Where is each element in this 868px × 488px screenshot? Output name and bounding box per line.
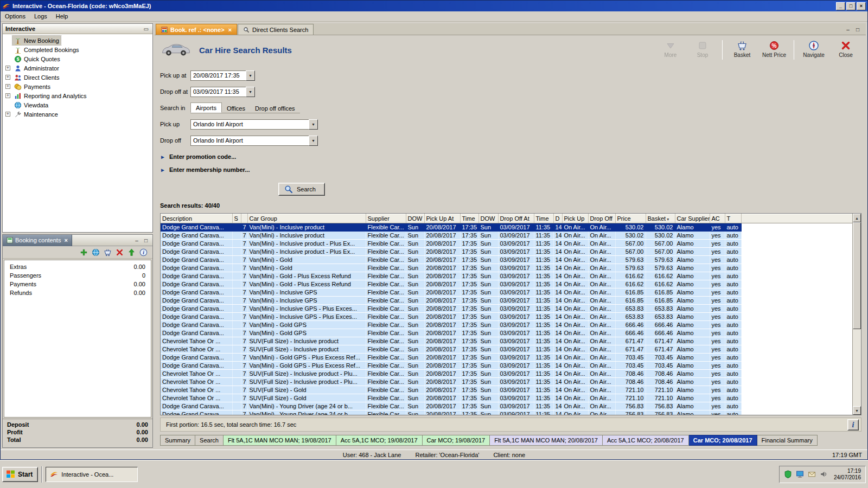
start-button[interactable]: Start xyxy=(2,467,38,482)
col-header-time[interactable]: Time xyxy=(534,214,553,223)
table-row[interactable]: Dodge Grand Carava...7Van(Mini) - Gold G… xyxy=(161,362,852,370)
col-header-car-group[interactable]: Car Group xyxy=(247,214,366,223)
minimize-editor-icon[interactable]: – xyxy=(844,27,852,33)
col-header-drop-off[interactable]: Drop Off xyxy=(588,214,615,223)
menu-options[interactable]: Options xyxy=(1,12,30,21)
table-row[interactable]: Dodge Grand Carava...7Van(Mini) - Gold G… xyxy=(161,321,852,329)
table-row[interactable]: Dodge Grand Carava...7Van(Mini) - Inclus… xyxy=(161,232,852,240)
booking-contents-tab[interactable]: Booking contents × xyxy=(3,235,72,246)
sidebar-item-viewdata[interactable]: Viewdata xyxy=(3,100,152,110)
minimize-icon[interactable]: _ xyxy=(836,2,845,10)
search-in-drop-off-offices[interactable]: Drop off offices xyxy=(250,104,300,113)
table-row[interactable]: Chevrolet Tahoe Or ...7SUV(Full Size) - … xyxy=(161,337,852,345)
table-row[interactable]: Dodge Grand Carava...7Van(Mini) - Inclus… xyxy=(161,297,852,305)
col-header-dow[interactable]: DOW xyxy=(406,214,424,223)
table-row[interactable]: Dodge Grand Carava...7Van(Mini) - Young … xyxy=(161,410,852,415)
membership-expander[interactable]: ► Enter membership number... xyxy=(160,163,861,176)
bottom-tab-summary[interactable]: Summary xyxy=(160,435,195,446)
toolbar-basket[interactable]: Basket xyxy=(730,40,755,58)
sidebar-item-quick-quotes[interactable]: $Quick Quotes xyxy=(3,54,152,63)
table-row[interactable]: Chevrolet Tahoe Or ...7SUV(Full Size) - … xyxy=(161,370,852,378)
col-header-price[interactable]: Price xyxy=(615,214,646,223)
sidebar-item-maintenance[interactable]: +Maintenance xyxy=(3,110,152,119)
menu-help[interactable]: Help xyxy=(52,12,73,21)
table-row[interactable]: Dodge Grand Carava...7Van(Mini) - Inclus… xyxy=(161,223,852,232)
sidebar-item-payments[interactable]: +Payments xyxy=(3,82,152,91)
table-row[interactable]: Dodge Grand Carava...7Van(Mini) - Gold -… xyxy=(161,280,852,288)
table-row[interactable]: Dodge Grand Carava...7Van(Mini) - Inclus… xyxy=(161,288,852,297)
dropoff-at-field[interactable]: 03/09/2017 11:35 ▾ xyxy=(190,87,255,97)
maximize-icon[interactable]: □ xyxy=(846,2,856,10)
close-tab-icon[interactable]: × xyxy=(228,27,232,33)
table-row[interactable]: Dodge Grand Carava...7Van(Mini) - Gold G… xyxy=(161,354,852,362)
restore-panel-icon[interactable]: □ xyxy=(142,237,150,243)
col-header-car-supplier[interactable]: Car Supplier xyxy=(675,214,710,223)
volume-icon[interactable] xyxy=(820,470,828,478)
sidebar-item-completed-bookings[interactable]: Completed Bookings xyxy=(3,45,152,54)
collapse-panel-icon[interactable]: ▭ xyxy=(143,26,150,32)
shield-icon[interactable] xyxy=(784,470,792,478)
table-row[interactable]: Dodge Grand Carava...7Van(Mini) - Inclus… xyxy=(161,305,852,313)
col-header-basket[interactable]: Basket ▾ xyxy=(646,214,675,223)
taskbar-app-button[interactable]: Interactive - Ocea... xyxy=(46,467,138,482)
promotion-expander[interactable]: ► Enter promotion code... xyxy=(160,150,861,163)
bottom-tab-financial-summary[interactable]: Financial Summary xyxy=(757,435,818,446)
expand-toggle-icon[interactable]: + xyxy=(5,93,10,98)
scroll-up-icon[interactable]: ▲ xyxy=(853,214,861,222)
pickup-combo[interactable]: Orlando Intl Airport ▾ xyxy=(190,119,318,130)
minimize-panel-icon[interactable]: – xyxy=(133,237,141,243)
restore-editor-icon[interactable]: □ xyxy=(854,27,861,33)
dropoff-combo[interactable]: Orlando Intl Airport ▾ xyxy=(190,136,318,146)
pickup-at-field[interactable]: 20/08/2017 17:35 ▾ xyxy=(190,70,255,81)
toolbar-nett-price[interactable]: %Nett Price xyxy=(762,40,787,58)
col-header-pick-up-at[interactable]: Pick Up At xyxy=(424,214,460,223)
doc-tab-book-ref-none[interactable]: Book. ref .: <none>× xyxy=(156,24,237,35)
table-row[interactable]: Chevrolet Tahoe Or ...7SUV(Full Size) - … xyxy=(161,394,852,402)
col-header-icon[interactable] xyxy=(241,214,247,223)
monitor-icon[interactable] xyxy=(796,470,804,478)
toolbar-navigate[interactable]: Navigate xyxy=(801,40,826,58)
sidebar-item-reporting-and-analytics[interactable]: +Reporting and Analytics xyxy=(3,91,152,100)
col-header-supplier[interactable]: Supplier xyxy=(366,214,406,223)
toolbar-stop[interactable]: Stop xyxy=(690,40,715,58)
col-header-d[interactable]: D xyxy=(553,214,562,223)
search-in-offices[interactable]: Offices xyxy=(222,104,250,113)
table-row[interactable]: Chevrolet Tahoe Or ...7SUV(Full Size) - … xyxy=(161,378,852,386)
expand-toggle-icon[interactable]: + xyxy=(5,84,10,89)
sidebar-item-direct-clients[interactable]: +Direct Clients xyxy=(3,73,152,82)
col-header-drop-off-at[interactable]: Drop Off At xyxy=(498,214,534,223)
sidebar-item-administrator[interactable]: +Administrator xyxy=(3,63,152,73)
scrollbar-track[interactable] xyxy=(853,222,861,406)
table-row[interactable]: Chevrolet Tahoe Or ...7SUV(Full Size) - … xyxy=(161,386,852,394)
expand-toggle-icon[interactable]: + xyxy=(5,75,10,80)
expand-toggle-icon[interactable]: + xyxy=(5,112,10,117)
close-booking-tab-icon[interactable]: × xyxy=(64,237,67,243)
col-header-time[interactable]: Time xyxy=(460,214,478,223)
table-row[interactable]: Dodge Grand Carava...7Van(Mini) - Gold G… xyxy=(161,329,852,337)
table-row[interactable]: Dodge Grand Carava...7Van(Mini) - Inclus… xyxy=(161,240,852,248)
expand-toggle-icon[interactable]: + xyxy=(5,66,10,70)
dropoff-at-dropdown-icon[interactable]: ▾ xyxy=(246,87,255,97)
table-row[interactable]: Dodge Grand Carava...7Van(Mini) - GoldFl… xyxy=(161,264,852,272)
bottom-tab-search[interactable]: Search xyxy=(195,435,224,446)
bottom-tab-flt-5a-1c-man-mco-man-19-08-2017[interactable]: Flt 5A,1C MAN MCO MAN; 19/08/2017 xyxy=(224,435,336,446)
search-button[interactable]: Search xyxy=(278,183,325,196)
close-icon[interactable]: × xyxy=(857,2,866,10)
table-row[interactable]: Dodge Grand Carava...7Van(Mini) - Young … xyxy=(161,402,852,410)
bottom-tab-acc-5a-1c-mco-20-08-2017[interactable]: Acc 5A,1C MCO; 20/08/2017 xyxy=(603,435,689,446)
col-header-ac[interactable]: AC xyxy=(710,214,725,223)
mail-icon[interactable] xyxy=(808,470,816,478)
col-header-t[interactable]: T xyxy=(725,214,741,223)
bottom-tab-car-mco-20-08-2017[interactable]: Car MCO; 20/08/2017 xyxy=(689,435,757,446)
bottom-tab-flt-5a-1c-man-mco-man-20-08-2017[interactable]: Flt 5A,1C MAN MCO MAN; 20/08/2017 xyxy=(490,435,603,446)
toolbar-more[interactable]: More xyxy=(658,40,683,58)
col-header-description[interactable]: Description xyxy=(161,214,232,223)
toolbar-close[interactable]: Close xyxy=(833,40,858,58)
pickup-at-dropdown-icon[interactable]: ▾ xyxy=(246,70,255,81)
table-row[interactable]: Dodge Grand Carava...7Van(Mini) - Inclus… xyxy=(161,313,852,321)
bottom-tab-acc-5a-1c-mco-19-08-2017[interactable]: Acc 5A,1C MCO; 19/08/2017 xyxy=(336,435,423,446)
bottom-tab-car-mco-19-08-2017[interactable]: Car MCO; 19/08/2017 xyxy=(423,435,490,446)
search-in-airports[interactable]: Airports xyxy=(190,102,222,113)
table-row[interactable]: Dodge Grand Carava...7Van(Mini) - Gold -… xyxy=(161,272,852,280)
table-row[interactable]: Dodge Grand Carava...7Van(Mini) - GoldFl… xyxy=(161,256,852,264)
